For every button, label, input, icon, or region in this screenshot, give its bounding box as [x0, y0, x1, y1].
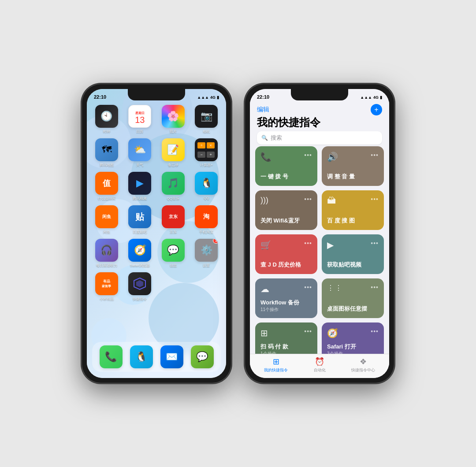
- time-left: 22:10: [94, 94, 106, 100]
- app-tmap[interactable]: 🗺 腾讯地图: [92, 138, 121, 167]
- app-tvideo[interactable]: ▶ 腾讯视频: [126, 172, 155, 201]
- baidu-more[interactable]: •••: [371, 196, 379, 203]
- safari-shortcut-icon: 🧭: [327, 328, 338, 338]
- dock-qq[interactable]: 🐧: [130, 345, 153, 368]
- app-clock[interactable]: 🕙 时钟: [92, 105, 121, 134]
- status-icons-right: ▲▲▲ 4G ▮: [360, 95, 382, 100]
- time-right: 22:10: [257, 94, 269, 100]
- shortcut-call[interactable]: 📞 ••• 一 键 拨 号: [255, 146, 317, 186]
- safari-name: Safari 打开: [327, 343, 379, 351]
- app-shortcuts[interactable]: 快捷指令: [126, 272, 155, 301]
- app-settings[interactable]: ⚙️ 1 设置: [192, 239, 221, 268]
- workflow-more[interactable]: •••: [304, 284, 312, 291]
- tab-gallery[interactable]: ❖ 快捷指令中心: [341, 357, 385, 373]
- app-xianyu[interactable]: 闲鱼 闲鱼: [92, 205, 121, 234]
- signal-icon-left: ▲▲▲: [197, 95, 209, 100]
- volume-more[interactable]: •••: [371, 152, 379, 159]
- workflow-sub: 11个操作: [260, 307, 312, 313]
- network-left: 4G: [210, 95, 216, 100]
- app-calendar[interactable]: 星期日 13 日历: [126, 105, 155, 134]
- tieba-name: 获取贴吧视频: [327, 261, 379, 269]
- app-photos[interactable]: 🌸 照片: [159, 105, 188, 134]
- dock-wechat[interactable]: 💬: [191, 345, 214, 368]
- qrcode-sub: 1个操作: [260, 351, 312, 354]
- shortcut-jd[interactable]: 🛒 ••• 查 J D 历史价格: [255, 234, 317, 274]
- tieba-icon: ▶: [327, 240, 334, 250]
- right-phone: 22:10 ▲▲▲ 4G ▮ 编辑 + 我的快捷指令: [245, 84, 394, 383]
- app-weather[interactable]: ⛅ 天气: [126, 138, 155, 167]
- shortcut-workflow[interactable]: ☁ ••• Workflow 备份 11个操作: [255, 278, 317, 318]
- tab-my-shortcuts[interactable]: ⊞ 我的快捷指令: [254, 357, 298, 373]
- network-right: 4G: [373, 95, 379, 100]
- volume-name: 调 整 音 量: [327, 173, 379, 181]
- tieba-more[interactable]: •••: [371, 240, 379, 247]
- qrcode-name: 扫 码 付 款: [260, 343, 312, 351]
- app-taobao[interactable]: 淘 手机淘宝: [192, 205, 221, 234]
- page-title: 我的快捷指令: [257, 115, 320, 130]
- signal-right: ▲▲▲: [360, 95, 372, 100]
- jd-more[interactable]: •••: [304, 240, 312, 247]
- left-phone-screen: 22:10 ▲▲▲ 4G ▮ 🕙 时钟: [87, 89, 226, 378]
- workflow-icon: ☁: [260, 284, 269, 294]
- icons-icon: ⋮⋮: [327, 284, 343, 292]
- baidu-icon: 🏔: [327, 196, 336, 206]
- app-camera[interactable]: 📷 相机: [192, 105, 221, 134]
- gallery-icon: ❖: [360, 357, 367, 367]
- safari-more[interactable]: •••: [371, 328, 379, 335]
- app-smzdm[interactable]: 值 什么值得买: [92, 172, 121, 201]
- shortcut-safari[interactable]: 🧭 ••• Safari 打开 3个操作: [322, 322, 384, 354]
- tab-automation[interactable]: ⏰ 自动化: [298, 357, 342, 373]
- app-calc[interactable]: ÷ × − + 计算器+: [192, 138, 221, 167]
- shortcuts-screen: 22:10 ▲▲▲ 4G ▮ 编辑 + 我的快捷指令: [250, 89, 389, 378]
- battery-right: ▮: [380, 95, 382, 100]
- app-jd[interactable]: 京东 京东: [159, 205, 188, 234]
- notch-right: [291, 89, 348, 100]
- dock: 📞 🐧 ✉️ 💬: [92, 342, 221, 372]
- svg-marker-1: [136, 280, 143, 287]
- right-phone-screen: 22:10 ▲▲▲ 4G ▮ 编辑 + 我的快捷指令: [250, 89, 389, 378]
- app-qq[interactable]: 🐧 QQ: [192, 172, 221, 201]
- dock-phone[interactable]: 📞: [100, 345, 123, 368]
- app-messages[interactable]: 💬 信息: [159, 239, 188, 268]
- call-name: 一 键 拨 号: [260, 173, 312, 181]
- add-button[interactable]: +: [371, 104, 382, 115]
- wifi-icon: ))): [260, 196, 268, 205]
- call-more[interactable]: •••: [304, 152, 312, 159]
- main-container: 22:10 ▲▲▲ 4G ▮ 🕙 时钟: [73, 75, 403, 392]
- automation-icon: ⏰: [315, 357, 324, 367]
- search-icon: 🔍: [261, 135, 268, 141]
- qrcode-more[interactable]: •••: [304, 328, 312, 335]
- shortcut-volume[interactable]: 🔊 ••• 调 整 音 量: [322, 146, 384, 186]
- app-safari[interactable]: 🧭 Safari浏览器: [126, 239, 155, 268]
- shortcuts-grid: 📞 ••• 一 键 拨 号 🔊 ••• 调 整 音 量: [255, 146, 384, 354]
- app-youpin[interactable]: 有品 家装季 小米有品: [92, 272, 121, 301]
- search-bar[interactable]: 🔍 搜索: [257, 131, 382, 145]
- shortcut-qrcode[interactable]: ⊞ ••• 扫 码 付 款 1个操作: [255, 322, 317, 354]
- left-phone: 22:10 ▲▲▲ 4G ▮ 🕙 时钟: [82, 84, 231, 383]
- my-shortcuts-icon: ⊞: [273, 357, 279, 367]
- search-placeholder: 搜索: [271, 134, 282, 142]
- icons-more[interactable]: •••: [371, 284, 379, 291]
- notch-left: [128, 89, 185, 100]
- battery-left: ▮: [217, 95, 219, 100]
- shortcut-baidu[interactable]: 🏔 ••• 百 度 搜 图: [322, 190, 384, 230]
- app-notes[interactable]: 📝 备忘录: [159, 138, 188, 167]
- qrcode-icon: ⊞: [260, 328, 268, 338]
- dock-mail[interactable]: ✉️: [160, 345, 183, 368]
- app-qqmusic[interactable]: 🎵 QQ音乐: [159, 172, 188, 201]
- volume-icon: 🔊: [327, 152, 338, 162]
- edit-button[interactable]: 编辑: [257, 106, 269, 114]
- safari-sub: 3个操作: [327, 351, 379, 354]
- shortcut-wifi[interactable]: ))) ••• 关闭 Wifi&蓝牙: [255, 190, 317, 230]
- status-icons-left: ▲▲▲ 4G ▮: [197, 95, 219, 100]
- app-daily[interactable]: 🎧 每日英语听力: [92, 239, 121, 268]
- shortcut-icons[interactable]: ⋮⋮ ••• 桌面图标任意摆: [322, 278, 384, 318]
- home-screen: 22:10 ▲▲▲ 4G ▮ 🕙 时钟: [87, 89, 226, 378]
- workflow-name: Workflow 备份: [260, 299, 312, 307]
- wifi-more[interactable]: •••: [304, 196, 312, 203]
- tab-bar: ⊞ 我的快捷指令 ⏰ 自动化 ❖ 快捷指令中心: [250, 354, 389, 378]
- shortcut-tieba[interactable]: ▶ ••• 获取贴吧视频: [322, 234, 384, 274]
- app-tieba[interactable]: 贴 百度贴吧: [126, 205, 155, 234]
- wifi-name: 关闭 Wifi&蓝牙: [260, 217, 312, 225]
- icons-name: 桌面图标任意摆: [327, 305, 379, 313]
